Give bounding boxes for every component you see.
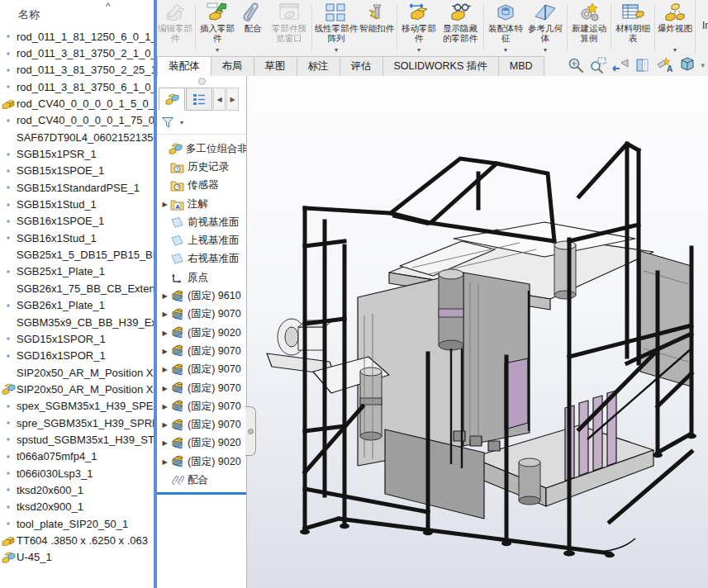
- expand-arrow-icon[interactable]: ▶: [160, 311, 169, 318]
- zoom-to-area-icon[interactable]: [588, 56, 608, 74]
- file-row[interactable]: tool_plate_SIP20_50_1: [0, 515, 154, 532]
- feature-tree-filter[interactable]: ▾: [157, 111, 246, 135]
- feature-tree-item[interactable]: ▶(固定) 9070: [157, 379, 246, 397]
- feature-tree-item[interactable]: 前视基准面: [157, 213, 246, 231]
- tree-bottom-splitter[interactable]: [157, 492, 246, 495]
- file-row[interactable]: spstud_SGBM35x1_H39_ST: [0, 431, 154, 448]
- feature-tree-item[interactable]: ▶A注解: [157, 195, 246, 213]
- sort-ascending-icon[interactable]: ^: [106, 1, 111, 12]
- feature-manager-design-tree-tab[interactable]: [159, 88, 185, 111]
- exploded-view-button[interactable]: 爆炸视图▾: [657, 0, 693, 55]
- file-row[interactable]: tksd20x600_1: [0, 481, 154, 498]
- file-row[interactable]: SGB15x1SPOE_1: [0, 163, 154, 179]
- tab-布局[interactable]: 布局: [211, 56, 254, 76]
- file-row[interactable]: SGB26x1_Plate_1: [0, 297, 154, 314]
- panel-resize-handle[interactable]: [245, 406, 256, 456]
- smart-fasteners-button[interactable]: 智能扣件: [359, 0, 395, 55]
- file-row[interactable]: SIP20x50_AR_M_Position X: [0, 381, 154, 397]
- file-row[interactable]: rod_011_3_81_3750_6_1_0_: [0, 78, 154, 95]
- mate-button[interactable]: 配合: [237, 0, 268, 55]
- dropdown-caret-icon[interactable]: ▾: [216, 47, 219, 55]
- file-row[interactable]: TT604 .3850 x .6250 x .063: [0, 532, 154, 548]
- file-row[interactable]: t066i030Lsp3_1: [0, 465, 154, 481]
- bill-of-materials-button[interactable]: 材料明细表: [613, 0, 653, 55]
- file-row[interactable]: spex_SGBM35x1_H39_SPEX: [0, 398, 154, 415]
- property-manager-tab[interactable]: [186, 88, 212, 111]
- dropdown-caret-icon[interactable]: ▾: [417, 47, 421, 55]
- dropdown-caret-icon[interactable]: ▾: [335, 47, 338, 55]
- file-row[interactable]: rod_011_3_81_3750_2_25_1: [0, 62, 154, 78]
- feature-tree-item[interactable]: 原点: [157, 268, 246, 287]
- feature-tree-item[interactable]: 配合: [157, 471, 246, 489]
- feature-tree-item[interactable]: ▶(固定) 9020: [157, 434, 246, 453]
- tab-草图[interactable]: 草图: [254, 56, 297, 76]
- feature-tree-item[interactable]: 右视基准面: [157, 250, 246, 268]
- expand-arrow-icon[interactable]: ▶: [160, 385, 169, 392]
- dynamic-annotation-views-icon[interactable]: A: [655, 56, 675, 74]
- file-row[interactable]: SGB25x1_5_DB15_PB15_BB: [0, 246, 154, 263]
- dropdown-caret-icon[interactable]: ▾: [673, 47, 677, 55]
- show-hidden-components-button[interactable]: 显示隐藏的零部件: [439, 0, 482, 55]
- explorer-column-header[interactable]: 名称 ^: [0, 0, 154, 28]
- file-row[interactable]: SGB15x1StandardPSE_1: [0, 179, 154, 196]
- feature-tree-item[interactable]: ▶(固定) 9020: [157, 324, 246, 342]
- feature-tree-item[interactable]: 多工位组合非标: [157, 140, 246, 158]
- expand-arrow-icon[interactable]: ▶: [160, 458, 169, 466]
- file-row[interactable]: SGD16x1SPOR_1: [0, 348, 154, 364]
- view-orientation-caret-icon[interactable]: ▾: [700, 61, 705, 69]
- feature-tree-item[interactable]: ▶(固定) 9070: [157, 361, 246, 379]
- tab-标注[interactable]: 标注: [297, 56, 340, 76]
- feature-tree-item[interactable]: ▶(固定) 9070: [157, 342, 246, 360]
- expand-arrow-icon[interactable]: ▶: [160, 292, 169, 300]
- feature-tree-item[interactable]: ▶(固定) 9070: [157, 415, 246, 434]
- feature-tree-item[interactable]: ▶(固定) 9070: [157, 397, 246, 415]
- expand-arrow-icon[interactable]: ▶: [160, 439, 169, 447]
- zoom-to-fit-icon[interactable]: [566, 56, 586, 74]
- file-row[interactable]: SGB15x1Stud_1: [0, 196, 154, 212]
- expand-arrow-icon[interactable]: ▶: [160, 421, 169, 429]
- file-row[interactable]: t066a075mfp4_1: [0, 448, 154, 465]
- section-view-icon[interactable]: [633, 56, 653, 74]
- linear-component-pattern-button[interactable]: 线性零部件阵列▾: [314, 0, 359, 55]
- insert-component-button[interactable]: 插入零部件▾: [197, 0, 237, 55]
- dropdown-caret-icon[interactable]: ▾: [544, 47, 547, 55]
- view-orientation-icon[interactable]: [677, 56, 697, 74]
- expand-arrow-icon[interactable]: ▶: [160, 403, 169, 410]
- tab-评估[interactable]: 评估: [340, 56, 383, 76]
- assembly-features-button[interactable]: 装配体特征▾: [486, 0, 525, 55]
- file-row[interactable]: U-45_1: [0, 549, 154, 566]
- feature-tree-item[interactable]: 上视基准面: [157, 231, 246, 249]
- tab-SOLIDWORKS 插件[interactable]: SOLIDWORKS 插件: [383, 56, 499, 76]
- file-row[interactable]: rod_011_3_81_3750_2_1_0_: [0, 45, 154, 61]
- file-row[interactable]: rod_011_1_81_1250_6_0_1_: [0, 28, 154, 45]
- file-row[interactable]: SGB26x1_75_BB_CB_Extend: [0, 280, 154, 296]
- feature-tree-item[interactable]: ▶(固定) 9610: [157, 287, 246, 305]
- expand-arrow-icon[interactable]: ▶: [160, 330, 169, 337]
- file-row[interactable]: SIP20x50_AR_M_Position X: [0, 364, 154, 381]
- expand-arrow-icon[interactable]: ▶: [160, 348, 169, 355]
- move-component-button[interactable]: 移动零部件▾: [399, 0, 439, 55]
- file-row[interactable]: rod_CV40_0_0_0_0_1_5_0_1: [0, 95, 154, 111]
- expand-arrow-icon[interactable]: ▶: [160, 201, 169, 208]
- new-motion-study-button[interactable]: 新建运动算例: [569, 0, 609, 55]
- expand-arrow-icon[interactable]: ▶: [160, 366, 169, 373]
- reference-geometry-button[interactable]: 参考几何体▾: [525, 0, 565, 55]
- file-row[interactable]: SGB16x1SPOE_1: [0, 213, 154, 230]
- file-row[interactable]: SGBM35x9_CB_BB_H39_Ext: [0, 314, 154, 330]
- tab-MBD[interactable]: MBD: [498, 56, 544, 76]
- file-row[interactable]: SGB16x1Stud_1: [0, 230, 154, 246]
- file-row[interactable]: SGB25x1_Plate_1: [0, 263, 154, 280]
- graphics-viewport[interactable]: [247, 76, 708, 588]
- feature-tree-item[interactable]: ▶(固定) 9070: [157, 306, 246, 324]
- file-row[interactable]: SGB15x1PSR_1: [0, 145, 154, 162]
- tab-装配体[interactable]: 装配体: [157, 56, 211, 76]
- dropdown-caret-icon[interactable]: ▾: [504, 47, 507, 55]
- file-row[interactable]: spre_SGBM35x1_H39_SPRE: [0, 415, 154, 431]
- previous-view-icon[interactable]: [611, 56, 630, 74]
- file-row[interactable]: rod_CV40_0_0_0_0_1_75_0_: [0, 112, 154, 129]
- file-row[interactable]: tksd20x900_1: [0, 499, 154, 515]
- file-row[interactable]: SGD15x1SPOR_1: [0, 330, 154, 347]
- panel-tab-scroll-left-icon[interactable]: ◀: [213, 88, 226, 111]
- feature-tree-item[interactable]: ▶(固定) 9020: [157, 453, 246, 471]
- panel-top-splitter[interactable]: [157, 76, 246, 86]
